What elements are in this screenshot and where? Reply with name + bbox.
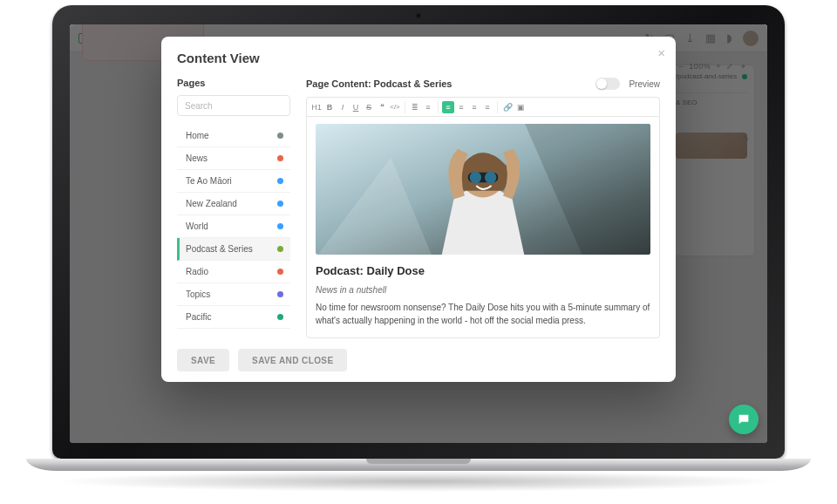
laptop-shadow [52, 471, 785, 492]
article-title: Podcast: Daily Dose [316, 263, 650, 280]
editor-toolbar: H1 B I U S ❝ </> ≣ ≡ ≡ [306, 97, 660, 116]
laptop-camera [416, 13, 421, 18]
modal-overlay: × Content View Pages HomeNewsTe Ao Māori… [70, 24, 767, 443]
tb-quote[interactable]: ❝ [376, 101, 388, 113]
preview-toggle[interactable] [595, 78, 620, 90]
page-item-dot-icon [277, 291, 283, 297]
tb-code[interactable]: </> [389, 101, 401, 113]
modal-title: Content View [177, 51, 660, 65]
content-view-modal: × Content View Pages HomeNewsTe Ao Māori… [161, 37, 676, 382]
tb-ol[interactable]: ≡ [422, 101, 434, 113]
page-item-world[interactable]: World [177, 215, 290, 238]
page-item-label: Home [186, 131, 209, 140]
tb-strike[interactable]: S [363, 101, 375, 113]
page-item-label: Radio [186, 267, 208, 276]
tb-sep-2 [438, 101, 439, 113]
page-item-dot-icon [277, 223, 283, 229]
page-item-label: World [186, 221, 208, 231]
editor[interactable]: Podcast: Daily Dose News in a nutshell N… [306, 116, 660, 338]
page-item-label: Topics [186, 289, 210, 299]
search-input[interactable] [177, 95, 290, 116]
hero-image [316, 124, 650, 255]
page-item-pacific[interactable]: Pacific [177, 306, 290, 329]
save-button[interactable]: SAVE [177, 349, 229, 371]
modal-footer: SAVE SAVE AND CLOSE [177, 349, 660, 371]
page-item-radio[interactable]: Radio [177, 261, 290, 283]
page-item-podcast-series[interactable]: Podcast & Series [177, 238, 290, 261]
tb-align-left[interactable]: ≡ [442, 101, 454, 113]
article-subtitle: News in a nutshell [316, 284, 650, 297]
laptop-mockup: Kiwi Radio ↻ ▢ ⤓ ▦ ◗ /podcast-and-series [26, 5, 811, 492]
laptop-base [26, 459, 811, 471]
save-close-button[interactable]: SAVE AND CLOSE [238, 349, 347, 371]
pages-column: Pages HomeNewsTe Ao MāoriNew ZealandWorl… [177, 78, 290, 338]
page-item-new-zealand[interactable]: New Zealand [177, 193, 290, 215]
preview-label: Preview [629, 79, 660, 89]
tb-sep-3 [497, 101, 498, 113]
tb-ul[interactable]: ≣ [409, 101, 421, 113]
content-column: Page Content: Podcast & Series Preview H… [306, 78, 660, 338]
page-item-dot-icon [277, 314, 283, 320]
tb-sep-1 [405, 101, 405, 113]
tb-align-right[interactable]: ≡ [468, 101, 480, 113]
page-item-home[interactable]: Home [177, 125, 290, 147]
tb-bold[interactable]: B [323, 101, 336, 113]
page-item-topics[interactable]: Topics [177, 283, 290, 306]
article-body: No time for newsroom nonsense? The Daily… [316, 302, 650, 327]
svg-point-6 [485, 172, 496, 183]
page-item-te-ao-m-ori[interactable]: Te Ao Māori [177, 170, 290, 193]
chat-fab[interactable] [729, 405, 759, 434]
page-item-dot-icon [277, 269, 283, 275]
page-item-dot-icon [277, 246, 283, 252]
page-list: HomeNewsTe Ao MāoriNew ZealandWorldPodca… [177, 125, 290, 329]
page-item-dot-icon [277, 201, 283, 207]
page-item-dot-icon [277, 133, 283, 139]
page-item-dot-icon [277, 155, 283, 161]
page-item-label: Te Ao Māori [186, 176, 232, 186]
close-icon[interactable]: × [657, 45, 665, 60]
page-item-dot-icon [277, 178, 283, 184]
screen: Kiwi Radio ↻ ▢ ⤓ ▦ ◗ /podcast-and-series [70, 24, 767, 443]
tb-italic[interactable]: I [337, 101, 349, 113]
tb-align-center[interactable]: ≡ [455, 101, 467, 113]
page-item-label: Pacific [186, 312, 211, 322]
chat-icon [737, 412, 751, 426]
tb-underline[interactable]: U [350, 101, 362, 113]
tb-h1[interactable]: H1 [310, 101, 323, 113]
tb-image[interactable]: ▣ [514, 101, 527, 113]
tb-align-justify[interactable]: ≡ [481, 101, 493, 113]
content-heading: Page Content: Podcast & Series [306, 78, 587, 89]
page-item-label: News [186, 153, 208, 163]
page-item-news[interactable]: News [177, 147, 290, 170]
pages-heading: Pages [177, 78, 290, 88]
laptop-bezel: Kiwi Radio ↻ ▢ ⤓ ▦ ◗ /podcast-and-series [52, 5, 785, 459]
page-item-label: New Zealand [186, 199, 237, 208]
page-item-label: Podcast & Series [186, 244, 253, 254]
svg-point-5 [470, 172, 481, 183]
tb-link[interactable]: 🔗 [501, 101, 514, 113]
